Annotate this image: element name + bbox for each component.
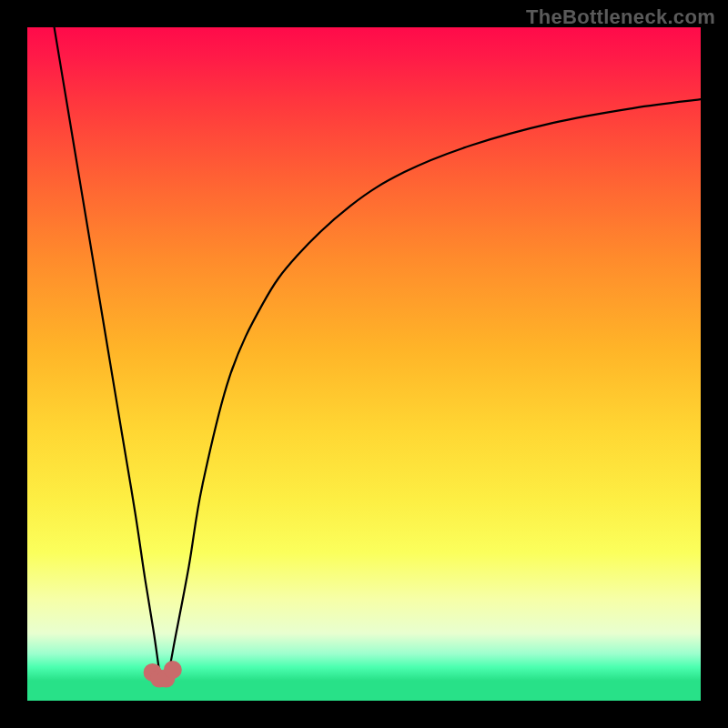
curve-right-branch xyxy=(162,99,701,681)
plot-area xyxy=(27,27,701,701)
curve-left-branch xyxy=(55,27,162,681)
marker-dot-3 xyxy=(164,661,182,679)
curve-layer xyxy=(27,27,701,701)
chart-stage: TheBottleneck.com xyxy=(0,0,728,728)
watermark-text: TheBottleneck.com xyxy=(526,5,715,29)
minimum-markers xyxy=(144,661,182,688)
